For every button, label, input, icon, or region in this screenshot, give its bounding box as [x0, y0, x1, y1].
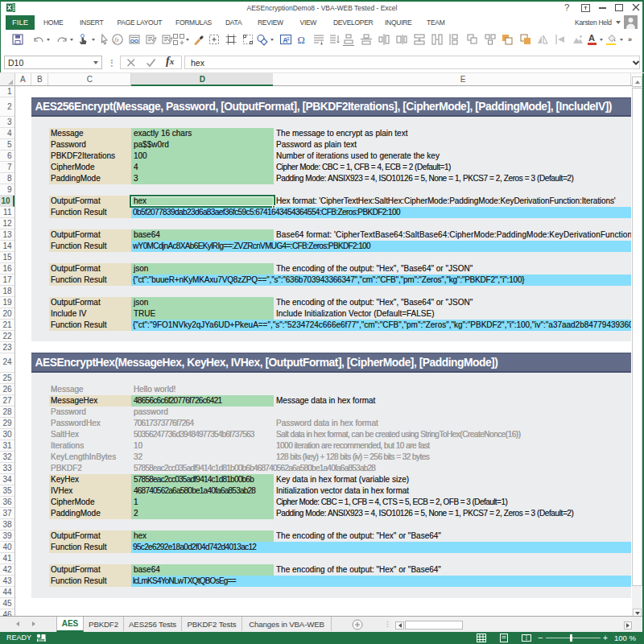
svg-text:A: A: [283, 36, 287, 44]
svg-text:fx: fx: [114, 36, 119, 43]
svg-text:Ω: Ω: [298, 35, 305, 46]
